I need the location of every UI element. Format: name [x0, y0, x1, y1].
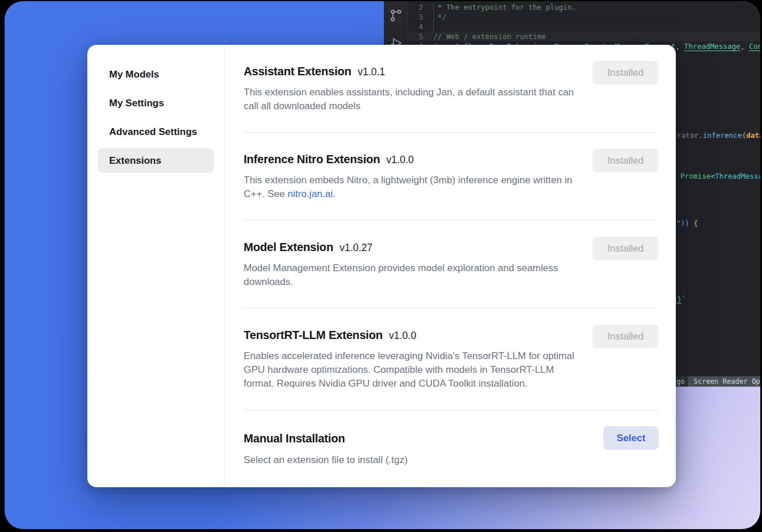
extension-description: Model Management Extension provides mode… — [244, 261, 583, 289]
extension-row-tensorrt-llm: TensortRT-LLM Extension v1.0.0 Enables a… — [244, 308, 659, 410]
extension-version: v1.0.0 — [386, 154, 414, 166]
source-control-icon[interactable] — [388, 8, 403, 23]
code-text: */ — [423, 12, 447, 22]
select-button[interactable]: Select — [603, 426, 659, 450]
extension-row-assistant: Assistant Extension v1.0.1 This extensio… — [244, 45, 659, 132]
extension-row-inference-nitro: Inference Nitro Extension v1.0.0 This ex… — [244, 132, 659, 220]
extension-description: This extension enables assistants, inclu… — [244, 86, 583, 113]
extension-version: v1.0.0 — [389, 330, 417, 342]
sidebar-item-extensions[interactable]: Extensions — [98, 148, 214, 173]
code-text: * The entrypoint for the plugin. — [423, 2, 576, 12]
line-number: 3 — [408, 12, 423, 22]
composite-scene: 2 * The entrypoint for the plugin. 3 */ … — [5, 1, 760, 529]
screen-reader-status-item[interactable]: Screen Reader Optimized — [688, 376, 760, 387]
line-number: 4 — [408, 22, 423, 32]
installed-button[interactable]: Installed — [592, 61, 659, 84]
settings-card: My Models My Settings Advanced Settings … — [87, 45, 676, 487]
sidebar-item-my-settings[interactable]: My Settings — [98, 91, 214, 115]
code-line: 3 */ — [408, 12, 760, 22]
installed-button[interactable]: Installed — [592, 325, 659, 348]
extension-title: Manual Installation — [244, 432, 345, 445]
code-fragment: rator.inference(data)); — [677, 130, 760, 140]
line-number: 2 — [408, 2, 423, 12]
code-line: 5// Web / extension runtime — [408, 32, 760, 41]
extension-title: TensortRT-LLM Extension — [244, 329, 383, 342]
code-line: 4 — [408, 22, 760, 32]
settings-sidebar: My Models My Settings Advanced Settings … — [87, 45, 225, 487]
code-fragment: ")) { — [676, 218, 698, 228]
extension-description: Select an extension file to install (.tg… — [244, 453, 583, 467]
extension-row-model: Model Extension v1.0.27 Model Management… — [244, 220, 659, 308]
installed-button[interactable]: Installed — [592, 149, 659, 172]
extension-description: This extension embeds Nitro, a lightweig… — [244, 174, 583, 201]
line-number: 5 — [408, 32, 423, 41]
sidebar-item-advanced-settings[interactable]: Advanced Settings — [98, 119, 214, 144]
nitro-jan-ai-link[interactable]: nitro.jan.ai. — [288, 188, 336, 199]
code-text — [423, 22, 433, 32]
code-text: // Web / extension runtime — [423, 32, 546, 41]
status-bar-left-text: go — [676, 377, 684, 385]
extension-title: Model Extension — [244, 241, 333, 254]
extensions-list: Assistant Extension v1.0.1 This extensio… — [225, 45, 676, 487]
extension-version: v1.0.1 — [357, 66, 385, 78]
extension-title: Inference Nitro Extension — [244, 153, 380, 166]
code-line: 2 * The entrypoint for the plugin. — [408, 2, 760, 12]
extension-title: Assistant Extension — [244, 65, 351, 78]
extension-version: v1.0.27 — [340, 242, 372, 254]
extension-description: Enables accelerated inference leveraging… — [244, 349, 583, 391]
sidebar-item-my-models[interactable]: My Models — [98, 62, 214, 87]
installed-button[interactable]: Installed — [592, 237, 659, 260]
extension-row-manual-installation: Manual Installation Select an extension … — [244, 410, 659, 486]
code-area: 2 * The entrypoint for the plugin. 3 */ … — [408, 2, 760, 51]
code-fragment: Promise<ThreadMessage> — [680, 171, 760, 181]
